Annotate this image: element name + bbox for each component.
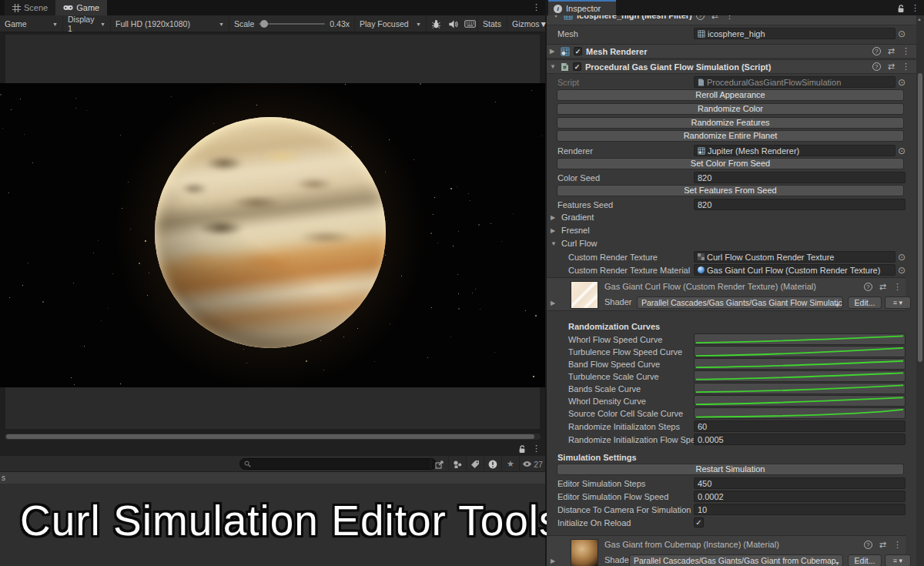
stats-button[interactable]: Stats — [477, 16, 506, 32]
help-icon[interactable]: ? — [872, 62, 881, 71]
crtm-object-field[interactable]: Gas Giant Curl Flow (Custom Render Textu… — [694, 264, 896, 276]
kebab-icon[interactable]: ⋮ — [893, 282, 902, 292]
scroll-up-icon[interactable]: ▲ — [917, 17, 922, 22]
game-mode-dropdown[interactable]: Game▼ — [0, 16, 63, 32]
curve-field[interactable] — [694, 383, 906, 394]
prefab-overrides-button[interactable] — [448, 456, 466, 472]
tag-filter-button[interactable] — [466, 456, 484, 472]
horizontal-scrollbar-thumb[interactable] — [6, 434, 534, 439]
curl-flow-foldout[interactable]: ▼ Curl Flow — [547, 237, 906, 250]
resolution-dropdown[interactable]: Full HD (1920x1080)▼ — [111, 16, 229, 32]
gradient-foldout[interactable]: ▶ Gradient — [547, 211, 906, 223]
play-focused-dropdown[interactable]: Play Focused▼ — [354, 16, 427, 32]
display-dropdown[interactable]: Display 1▼ — [63, 16, 111, 32]
fresnel-foldout[interactable]: ▶ Fresnel — [547, 224, 906, 236]
popout-window-button[interactable] — [430, 456, 448, 472]
color-seed-field[interactable]: 820 — [694, 172, 906, 183]
tab-game[interactable]: Game — [55, 0, 107, 15]
curve-field[interactable] — [694, 407, 906, 419]
foldout-open-icon[interactable]: ▼ — [553, 15, 560, 19]
alerts-button[interactable] — [484, 456, 501, 472]
cubemap-shader-edit-button[interactable]: Edit... — [848, 554, 882, 566]
material-expander-icon[interactable]: ▶ — [551, 300, 555, 306]
mesh-filter-header[interactable]: ▼ icosphere_high (Mesh Filter) ?⇄⋮ — [547, 15, 916, 25]
object-picker-icon[interactable]: ⊙ — [898, 78, 906, 87]
randomize-features-button[interactable]: Randomize Features — [557, 117, 904, 129]
presets-icon[interactable]: ⇄ — [879, 282, 886, 292]
mute-audio-button[interactable] — [445, 17, 460, 31]
scale-slider-knob[interactable] — [260, 20, 268, 28]
initialize-on-reload-checkbox[interactable]: ✓ — [694, 517, 704, 527]
curve-field[interactable] — [694, 333, 906, 345]
object-picker-icon[interactable]: ⊙ — [898, 146, 906, 156]
favorites-button[interactable]: ★ — [501, 456, 519, 472]
scale-slider[interactable] — [259, 23, 325, 25]
presets-icon[interactable]: ⇄ — [711, 15, 718, 21]
randomize-color-button[interactable]: Randomize Color — [557, 103, 904, 115]
scene-visibility-button[interactable]: 27 — [519, 456, 545, 472]
cubemap-material-thumbnail[interactable] — [571, 539, 598, 566]
curve-field[interactable] — [694, 370, 906, 382]
curl-shader-list-button[interactable]: ≡ ▾ — [885, 296, 911, 309]
device-simulator-button[interactable] — [462, 17, 477, 31]
help-icon[interactable]: ? — [864, 541, 872, 549]
component-enabled-checkbox[interactable]: ✓ — [573, 62, 581, 71]
tab-inspector[interactable]: i Inspector — [548, 0, 616, 15]
reroll-appearance-button[interactable]: Reroll Appearance — [557, 89, 904, 101]
object-picker-icon[interactable]: ⊙ — [898, 266, 906, 275]
kebab-icon[interactable]: ⋮ — [902, 46, 910, 56]
randomize-entire-planet-button[interactable]: Randomize Entire Planet — [557, 130, 904, 142]
cubemap-shader-value: Parallel Cascades/Gas Giants/Gas Giant f… — [634, 556, 836, 565]
inspector-scrollbar-thumb[interactable] — [918, 73, 922, 362]
foldout-closed-icon[interactable]: ▶ — [550, 48, 557, 55]
object-picker-icon[interactable]: ⊙ — [898, 29, 906, 39]
curve-field[interactable] — [694, 346, 906, 357]
horizontal-scrollbar[interactable] — [5, 434, 541, 440]
left-panel-menu-icon[interactable]: ⋮ — [532, 2, 541, 12]
inspector-scrollbar[interactable]: ▲ — [916, 15, 924, 566]
crt-object-field[interactable]: Curl Flow Custom Render Texture — [694, 251, 896, 263]
tab-scene[interactable]: Scene — [5, 0, 55, 15]
lock-icon[interactable] — [518, 444, 526, 454]
presets-icon[interactable]: ⇄ — [888, 62, 895, 72]
help-icon[interactable]: ? — [872, 47, 881, 55]
lock-icon[interactable] — [897, 4, 905, 13]
randomize-steps-field[interactable]: 60 — [694, 420, 906, 432]
curl-shader-edit-button[interactable]: Edit... — [848, 296, 882, 309]
curl-shader-dropdown[interactable]: Parallel Cascades/Gas Giants/Gas Giant F… — [637, 296, 843, 309]
editor-sim-steps-field[interactable]: 450 — [694, 477, 906, 489]
inspector-menu-icon[interactable]: ⋮ — [911, 3, 919, 13]
camera-distance-field[interactable]: 10 — [694, 504, 906, 515]
component-enabled-checkbox[interactable]: ✓ — [574, 47, 582, 55]
script-object-field[interactable]: ProceduralGasGiantFlowSimulation — [694, 76, 896, 88]
editor-sim-flow-field[interactable]: 0.0002 — [694, 491, 906, 502]
presets-icon[interactable]: ⇄ — [888, 46, 895, 56]
debug-bug-button[interactable] — [428, 17, 444, 31]
restart-simulation-button[interactable]: Restart Simulation — [557, 464, 904, 475]
cubemap-shader-list-button[interactable]: ≡ ▾ — [885, 554, 911, 566]
set-color-from-seed-button[interactable]: Set Color From Seed — [557, 158, 904, 169]
mesh-renderer-header[interactable]: ▶ ✓ Mesh Renderer ?⇄⋮ — [547, 44, 916, 59]
kebab-icon[interactable]: ⋮ — [893, 540, 902, 550]
lower-panel-menu-icon[interactable]: ⋮ — [532, 444, 541, 454]
randomize-flow-field[interactable]: 0.0005 — [694, 434, 906, 445]
kebab-icon[interactable]: ⋮ — [725, 15, 734, 21]
material-expander-icon[interactable]: ▶ — [551, 558, 555, 564]
presets-icon[interactable]: ⇄ — [879, 540, 886, 550]
mesh-object-field[interactable]: icosphere_high — [694, 28, 896, 39]
script-component-header[interactable]: ▼ ✓ Procedural Gas Giant Flow Simulation… — [547, 59, 916, 74]
help-icon[interactable]: ? — [864, 283, 872, 291]
help-icon[interactable]: ? — [696, 15, 705, 20]
kebab-icon[interactable]: ⋮ — [902, 62, 910, 72]
renderer-object-field[interactable]: Jupiter (Mesh Renderer) — [694, 145, 896, 156]
object-picker-icon[interactable]: ⊙ — [898, 253, 906, 262]
set-features-from-seed-button[interactable]: Set Features From Seed — [557, 185, 904, 196]
curve-field[interactable] — [694, 358, 906, 370]
curve-field[interactable] — [694, 395, 906, 407]
cubemap-shader-dropdown[interactable]: Parallel Cascades/Gas Giants/Gas Giant f… — [629, 554, 843, 566]
foldout-open-icon[interactable]: ▼ — [550, 63, 557, 70]
search-input[interactable] — [239, 458, 437, 470]
curl-material-thumbnail[interactable] — [571, 281, 598, 309]
features-seed-field[interactable]: 820 — [694, 199, 906, 210]
gizmos-dropdown[interactable]: Gizmos▼ — [507, 16, 545, 32]
